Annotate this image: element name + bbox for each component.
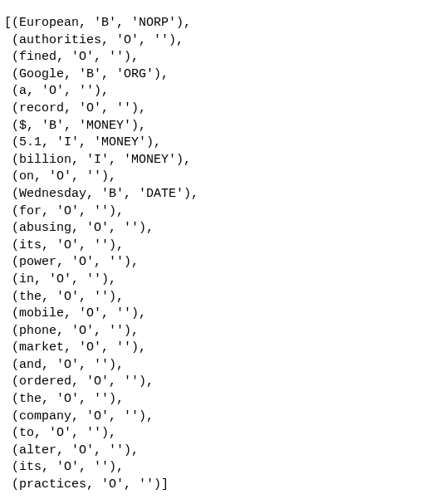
- token-tuple-row: (fined, 'O', ''),: [4, 49, 432, 66]
- token-tuple-row: (its, 'O', ''),: [4, 459, 432, 477]
- token-tuple-row: (on, 'O', ''),: [4, 169, 432, 186]
- token-tuple-row: (Wednesday, 'B', 'DATE'),: [4, 186, 432, 203]
- token-tuple-row: (ordered, 'O', ''),: [4, 374, 432, 391]
- token-tuple-row: (market, 'O', ''),: [4, 340, 432, 357]
- token-tuple-row: (and, 'O', ''),: [4, 357, 432, 374]
- token-tuple-row: (abusing, 'O', ''),: [4, 220, 432, 237]
- token-tuple-row: (the, 'O', ''),: [4, 289, 432, 306]
- token-tuple-row: (in, 'O', ''),: [4, 272, 432, 289]
- token-tuple-row: ($, 'B', 'MONEY'),: [4, 118, 432, 135]
- token-tuple-row: (mobile, 'O', ''),: [4, 306, 432, 323]
- token-tuple-row: (record, 'O', ''),: [4, 100, 432, 118]
- token-tuple-row: (phone, 'O', ''),: [4, 323, 432, 340]
- token-tuple-row: (a, 'O', ''),: [4, 83, 432, 100]
- token-tuple-row: [(European, 'B', 'NORP'),: [4, 15, 432, 32]
- token-tuple-row: (its, 'O', ''),: [4, 237, 432, 255]
- token-tuple-row: (for, 'O', ''),: [4, 203, 432, 221]
- token-tuple-row: (practices, 'O', '')]: [4, 477, 432, 494]
- token-tuple-row: (power, 'O', ''),: [4, 254, 432, 272]
- ner-tuple-output: [(European, 'B', 'NORP'), (authorities, …: [4, 15, 432, 494]
- token-tuple-row: (Google, 'B', 'ORG'),: [4, 66, 432, 84]
- token-tuple-row: (5.1, 'I', 'MONEY'),: [4, 135, 432, 152]
- token-tuple-row: (to, 'O', ''),: [4, 425, 432, 443]
- token-tuple-row: (alter, 'O', ''),: [4, 443, 432, 460]
- token-tuple-row: (the, 'O', ''),: [4, 391, 432, 409]
- token-tuple-row: (company, 'O', ''),: [4, 409, 432, 426]
- token-tuple-row: (billion, 'I', 'MONEY'),: [4, 152, 432, 169]
- token-tuple-row: (authorities, 'O', ''),: [4, 32, 432, 50]
